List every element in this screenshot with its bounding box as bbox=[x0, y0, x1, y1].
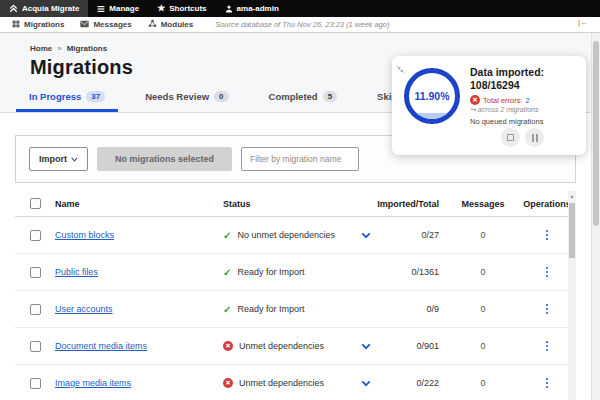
page-scrollbar[interactable] bbox=[591, 33, 600, 400]
manage-menu-item[interactable]: Manage bbox=[88, 0, 148, 17]
errors-scope-note: ↪ across 2 migrations bbox=[470, 106, 544, 115]
status-label: Ready for Import bbox=[237, 267, 304, 277]
content-area: Import No migrations selected Name Statu… bbox=[0, 113, 591, 400]
imported-total-value: 0/27 bbox=[373, 230, 449, 240]
migration-filter-input[interactable] bbox=[241, 147, 359, 171]
operations-menu-button[interactable] bbox=[542, 302, 553, 317]
import-dropdown-button[interactable]: Import bbox=[29, 147, 88, 171]
modules-icon bbox=[148, 19, 157, 30]
column-header-messages: Messages bbox=[449, 199, 517, 209]
tray-collapse-icon[interactable]: |← bbox=[578, 18, 588, 27]
operations-menu-button[interactable] bbox=[542, 339, 553, 354]
progress-fill bbox=[409, 113, 455, 119]
migration-name-link[interactable]: Public files bbox=[55, 267, 98, 277]
table-scrollbar-thumb[interactable] bbox=[569, 203, 575, 258]
user-icon bbox=[225, 5, 233, 13]
secondary-toolbar: Migrations Messages Modules Source datab… bbox=[0, 17, 600, 33]
modules-label: Modules bbox=[161, 20, 193, 29]
breadcrumb-separator: » bbox=[57, 44, 61, 53]
expand-row-button[interactable] bbox=[361, 343, 371, 350]
imported-total-value: 0/1361 bbox=[373, 267, 449, 277]
migration-name-link[interactable]: Custom blocks bbox=[55, 230, 114, 240]
operations-menu-button[interactable] bbox=[542, 265, 553, 280]
shortcuts-label: Shortcuts bbox=[169, 4, 206, 13]
migration-name-link[interactable]: User accounts bbox=[55, 304, 113, 314]
acquia-logo-icon bbox=[9, 4, 18, 13]
operations-menu-button[interactable] bbox=[542, 228, 553, 243]
status-error-icon: ✕ bbox=[223, 378, 233, 388]
table-scrollbar[interactable]: ▲ bbox=[568, 191, 576, 400]
row-checkbox[interactable] bbox=[30, 230, 41, 241]
breadcrumb-current-link[interactable]: Migrations bbox=[67, 44, 107, 53]
row-checkbox[interactable] bbox=[30, 378, 41, 389]
brand-label: Acquia Migrate bbox=[22, 4, 79, 13]
page-scrollbar-thumb[interactable] bbox=[593, 41, 599, 226]
shortcuts-menu-item[interactable]: ★ Shortcuts bbox=[148, 0, 215, 17]
column-header-imported: Imported/Total bbox=[373, 199, 449, 209]
status-ok-icon: ✓ bbox=[223, 304, 231, 315]
toolbar-item-messages[interactable]: Messages bbox=[72, 17, 139, 32]
tab-in-progress[interactable]: In Progress37 bbox=[16, 89, 118, 112]
grid-icon bbox=[12, 20, 20, 30]
breadcrumb-home-link[interactable]: Home bbox=[30, 44, 52, 53]
status-label: Unmet dependencies bbox=[239, 378, 324, 388]
messages-count: 0 bbox=[449, 378, 517, 388]
tab-label: In Progress bbox=[29, 91, 81, 102]
status-ok-icon: ✓ bbox=[223, 230, 231, 241]
tab-count-badge: 0 bbox=[214, 91, 228, 102]
table-row: Image media items✕Unmet dependencies0/22… bbox=[15, 365, 576, 400]
toolbar-item-modules[interactable]: Modules bbox=[140, 17, 201, 32]
column-header-name: Name bbox=[55, 199, 223, 209]
messages-count: 0 bbox=[449, 304, 517, 314]
progress-percent: 11.90% bbox=[414, 90, 449, 102]
table-row: Custom blocks✓No unmet dependencies0/270 bbox=[15, 217, 576, 254]
tab-completed[interactable]: Completed5 bbox=[256, 89, 351, 112]
stop-import-button[interactable] bbox=[501, 128, 520, 147]
column-header-status: Status bbox=[223, 199, 373, 209]
star-icon: ★ bbox=[157, 4, 165, 13]
user-label: ama-admin bbox=[237, 4, 279, 13]
user-menu-item[interactable]: ama-admin bbox=[216, 0, 288, 17]
table-row: User accounts✓Ready for Import0/90 bbox=[15, 291, 576, 328]
status-error-icon: ✕ bbox=[223, 341, 233, 351]
collapse-card-icon[interactable] bbox=[396, 60, 405, 78]
expand-row-button[interactable] bbox=[361, 232, 371, 239]
status-label: Unmet dependencies bbox=[239, 341, 324, 351]
operations-menu-button[interactable] bbox=[542, 376, 553, 391]
table-row: Document media items✕Unmet dependencies0… bbox=[15, 328, 576, 365]
status-label: Ready for Import bbox=[237, 304, 304, 314]
tab-count-badge: 5 bbox=[323, 91, 337, 102]
pause-import-button[interactable] bbox=[525, 128, 544, 147]
migrations-table: Name Status Imported/Total Messages Oper… bbox=[15, 191, 576, 400]
messages-count: 0 bbox=[449, 230, 517, 240]
table-body: Custom blocks✓No unmet dependencies0/270… bbox=[15, 217, 576, 400]
queue-status-note: No queued migrations bbox=[470, 117, 544, 126]
tab-needs-review[interactable]: Needs Review0 bbox=[132, 89, 241, 112]
migration-name-link[interactable]: Image media items bbox=[55, 378, 131, 388]
import-progress-card: 11.90% Data imported: 108/16294 ✕ Total … bbox=[392, 56, 586, 155]
select-all-checkbox[interactable] bbox=[30, 198, 41, 209]
chevron-down-icon bbox=[71, 154, 78, 164]
manage-label: Manage bbox=[109, 4, 139, 13]
sub-arrow-icon: ↪ bbox=[470, 106, 476, 113]
tab-label: Needs Review bbox=[145, 91, 209, 102]
row-checkbox[interactable] bbox=[30, 304, 41, 315]
status-ok-icon: ✓ bbox=[223, 267, 231, 278]
brand-menu-item[interactable]: Acquia Migrate bbox=[0, 0, 88, 17]
breadcrumb: Home » Migrations bbox=[30, 44, 591, 53]
imported-total-value: 0/9 bbox=[373, 304, 449, 314]
data-imported-fraction: 108/16294 bbox=[470, 79, 544, 92]
total-errors-label: Total errors: bbox=[483, 96, 523, 105]
row-checkbox[interactable] bbox=[30, 267, 41, 278]
messages-label: Messages bbox=[93, 20, 131, 29]
migration-name-link[interactable]: Document media items bbox=[55, 341, 147, 351]
total-errors-count-link[interactable]: 2 bbox=[526, 96, 530, 105]
expand-row-button[interactable] bbox=[361, 380, 371, 387]
table-header-row: Name Status Imported/Total Messages Oper… bbox=[15, 191, 576, 217]
scroll-up-arrow[interactable]: ▲ bbox=[568, 191, 576, 201]
table-row: Public files✓Ready for Import0/13610 bbox=[15, 254, 576, 291]
tab-label: Completed bbox=[269, 91, 318, 102]
toolbar-item-migrations[interactable]: Migrations bbox=[4, 17, 72, 32]
import-button-label: Import bbox=[39, 154, 67, 164]
row-checkbox[interactable] bbox=[30, 341, 41, 352]
